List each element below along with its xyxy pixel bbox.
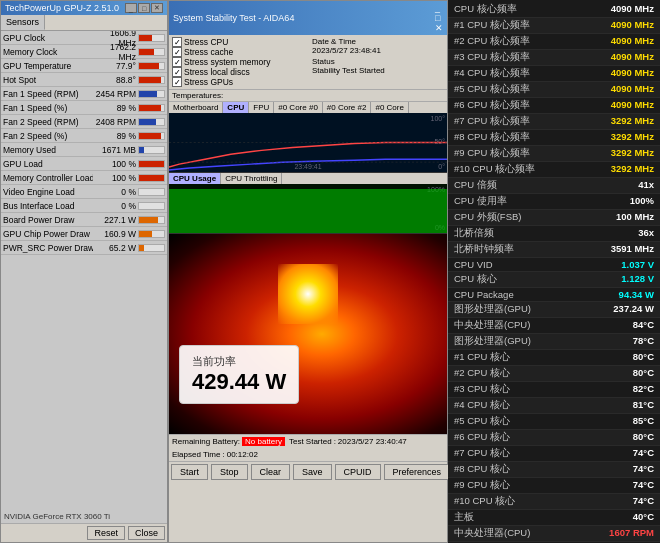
gpu-z-close-button[interactable]: ✕ (151, 3, 163, 13)
sensor-value: 227.1 W (93, 215, 138, 225)
cpu-info-value: 74°C (574, 447, 654, 460)
cpu-info-row: #6 CPU 核心80°C (448, 430, 660, 446)
cpu-info-label: #2 CPU 核心频率 (454, 35, 574, 48)
sensor-bar-wrap (138, 188, 165, 196)
control-buttons-row: Start Stop Clear Save CPUID Preferences (169, 461, 447, 482)
sensor-row: GPU Temperature77.9° (1, 59, 167, 73)
cpu-info-label: 图形处理器(GPU) (454, 335, 574, 348)
preferences-button[interactable]: Preferences (384, 464, 451, 480)
stress-cache-checkbox[interactable]: ✓ (172, 47, 182, 57)
stress-gpu-checkbox[interactable]: ✓ (172, 77, 182, 87)
cpu-info-label: CPU 核心 (454, 273, 574, 286)
tab-fpu[interactable]: FPU (249, 102, 274, 113)
sensor-bar (139, 63, 159, 69)
cpu-info-value: 3292 MHz (574, 147, 654, 160)
sensor-label: Memory Controller Load (3, 173, 93, 183)
cpu-info-label: 图形处理器(GPU) (454, 303, 574, 316)
status-label: Status (312, 57, 444, 66)
stress-cache-label: Stress cache (184, 47, 233, 57)
stress-local-checkbox[interactable]: ✓ (172, 67, 182, 77)
gpu-z-tabs: Sensors (1, 15, 167, 31)
test-started-value: 2023/5/27 23:40:47 (338, 437, 407, 446)
graph-tabs: Motherboard CPU FPU #0 Core #0 #0 Core #… (169, 102, 447, 113)
cpu-info-row: #3 CPU 核心频率4090 MHz (448, 50, 660, 66)
cpu-info-row: 北桥时钟频率3591 MHz (448, 242, 660, 258)
cpu-info-label: CPU 使用率 (454, 195, 574, 208)
cpu-info-value: 4090 MHz (574, 35, 654, 48)
stop-button[interactable]: Stop (211, 464, 248, 480)
cpu-info-value: 78°C (574, 335, 654, 348)
tab-graphics-card[interactable]: Sensors (1, 15, 45, 30)
stability-maximize-button[interactable]: □ (435, 13, 443, 23)
cpu-graph-svg (169, 184, 447, 233)
svg-marker-2 (169, 189, 447, 233)
close-button[interactable]: Close (128, 526, 165, 540)
sensor-bar-wrap (138, 104, 165, 112)
temp-graph-container: 100° 50° 0° 23:49:41 (169, 113, 447, 173)
sensor-bar-wrap (138, 174, 165, 182)
cpu-info-label: #4 CPU 核心 (454, 399, 574, 412)
gpu-name-info: NVIDIA GeForce RTX 3060 Ti (4, 512, 110, 521)
cpu-info-value: 36x (574, 227, 654, 240)
sensor-bar (139, 91, 157, 97)
minimize-button[interactable]: _ (125, 3, 137, 13)
clear-button[interactable]: Clear (251, 464, 291, 480)
cpu-info-value: 85°C (574, 415, 654, 428)
sensor-value: 2454 RPM (93, 89, 138, 99)
cpu-info-row: #5 CPU 核心频率4090 MHz (448, 82, 660, 98)
sensor-bar (139, 119, 156, 125)
cpu-info-label: #5 CPU 核心 (454, 415, 574, 428)
cpu-info-value: 82°C (574, 383, 654, 396)
save-button[interactable]: Save (293, 464, 332, 480)
stress-memory-checkbox[interactable]: ✓ (172, 57, 182, 67)
battery-info: Remaining Battery: No battery (172, 437, 285, 446)
explosion-center (278, 264, 338, 324)
reset-button[interactable]: Reset (87, 526, 125, 540)
elapsed-value: 00:12:02 (227, 450, 258, 459)
stability-minimize-button[interactable]: _ (435, 3, 443, 13)
cpu-info-row: #8 CPU 核心频率3292 MHz (448, 130, 660, 146)
cpu-info-row: #9 CPU 核心74°C (448, 478, 660, 494)
cpu-info-row: 北桥倍频36x (448, 226, 660, 242)
sensor-value: 0 % (93, 201, 138, 211)
sensor-bar-wrap (138, 62, 165, 70)
cpu-info-label: #3 CPU 核心 (454, 383, 574, 396)
cpu-info-row: #2 CPU 核心80°C (448, 366, 660, 382)
tab-core3[interactable]: #0 Core (371, 102, 408, 113)
cpu-info-row: CPU 使用率100% (448, 194, 660, 210)
sensor-bar-wrap (138, 118, 165, 126)
stress-cpu-checkbox[interactable]: ✓ (172, 37, 182, 47)
power-display: 当前功率 429.44 W (179, 345, 299, 404)
gpu-z-title-bar: TechPowerUp GPU-Z 2.51.0 _ □ ✕ (1, 1, 167, 15)
tab-core0[interactable]: #0 Core #0 (274, 102, 323, 113)
sensor-bar-wrap (138, 146, 165, 154)
tab-cpu-throttling[interactable]: CPU Throttling (221, 173, 282, 184)
cpu-info-row: #3 CPU 核心82°C (448, 382, 660, 398)
sensor-row: PWR_SRC Power Draw65.2 W (1, 241, 167, 255)
cpu-info-label: CPU 核心频率 (454, 3, 574, 16)
tab-motherboard[interactable]: Motherboard (169, 102, 223, 113)
maximize-button[interactable]: □ (138, 3, 150, 13)
tab-cpu-usage[interactable]: CPU Usage (169, 173, 221, 184)
cpuid-button[interactable]: CPUID (335, 464, 381, 480)
sensor-value: 77.9° (93, 61, 138, 71)
stability-close-button[interactable]: ✕ (435, 23, 443, 33)
cpu-info-row: #10 CPU 核心74°C (448, 494, 660, 510)
tab-core2[interactable]: #0 Core #2 (323, 102, 372, 113)
stress-gpu-row: ✓ Stress GPUs (172, 77, 308, 87)
cpu-info-value: 3292 MHz (574, 131, 654, 144)
tab-cpu[interactable]: CPU (223, 102, 249, 113)
reset-close-row: Reset Close (1, 524, 167, 542)
sensor-bar (139, 217, 158, 223)
sensor-bar (139, 105, 161, 111)
sensor-label: Fan 1 Speed (RPM) (3, 89, 93, 99)
start-button[interactable]: Start (171, 464, 208, 480)
cpu-info-label: #8 CPU 核心频率 (454, 131, 574, 144)
sensor-label: Memory Clock (3, 47, 93, 57)
cpu-info-value: 3292 MHz (574, 163, 654, 176)
stress-memory-label: Stress system memory (184, 57, 270, 67)
stress-local-row: ✓ Stress local discs (172, 67, 308, 77)
battery-status: No battery (242, 437, 285, 446)
sensor-value: 0 % (93, 187, 138, 197)
datetime-value: 2023/5/27 23:48:41 (312, 46, 444, 55)
